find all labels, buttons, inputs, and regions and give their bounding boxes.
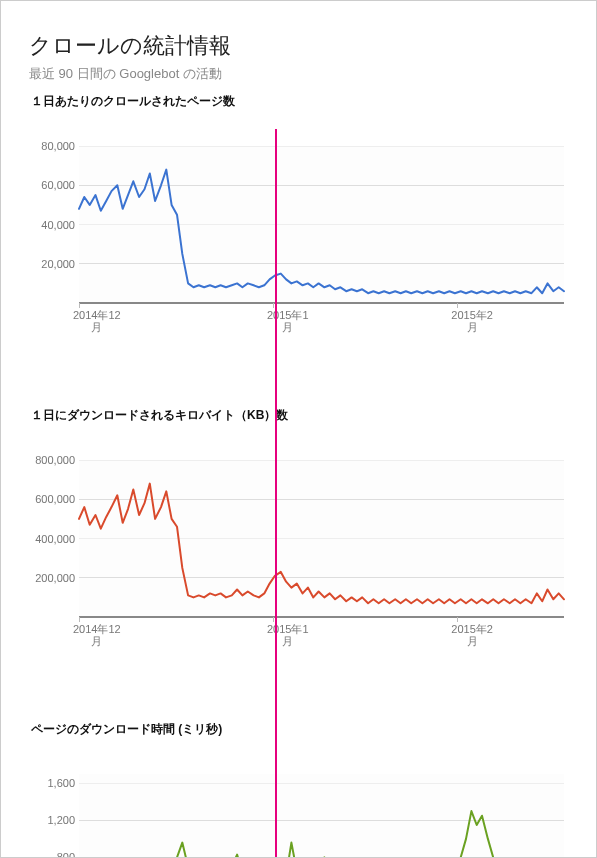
- chart-svg: 4008001,2001,600: [29, 744, 569, 858]
- chart-title: ページのダウンロード時間 (ミリ秒): [31, 721, 568, 738]
- y-tick-label: 1,600: [47, 777, 75, 789]
- y-tick-label: 20,000: [41, 258, 75, 270]
- crawl-stats-panel: クロールの統計情報 最近 90 日間の Googlebot の活動 １日あたりの…: [0, 0, 597, 858]
- charts-container: １日あたりのクロールされたページ数20,00040,00060,00080,00…: [29, 93, 568, 858]
- y-tick-label: 600,000: [35, 493, 75, 505]
- x-axis-labels: 2014年12月2015年1月2015年2月: [29, 309, 568, 335]
- svg-rect-18: [79, 774, 564, 858]
- x-tick-label: 2015年2月: [451, 309, 493, 333]
- y-tick-label: 40,000: [41, 219, 75, 231]
- y-tick-label: 400,000: [35, 533, 75, 545]
- x-tick-label: 2014年12月: [73, 309, 121, 333]
- chart-block: ページのダウンロード時間 (ミリ秒)4008001,2001,6002014年1…: [29, 721, 568, 858]
- page-title: クロールの統計情報: [29, 31, 568, 61]
- x-tick-label: 2014年12月: [73, 623, 121, 647]
- x-tick-label: 2015年2月: [451, 623, 493, 647]
- y-tick-label: 1,200: [47, 814, 75, 826]
- y-tick-label: 200,000: [35, 572, 75, 584]
- chart-svg: 200,000400,000600,000800,000: [29, 430, 569, 623]
- y-tick-label: 60,000: [41, 179, 75, 191]
- x-tick-label: 2015年1月: [267, 623, 309, 647]
- chart-title: １日にダウンロードされるキロバイト（KB）数: [31, 407, 568, 424]
- page-subtitle: 最近 90 日間の Googlebot の活動: [29, 65, 568, 83]
- chart-block: １日にダウンロードされるキロバイト（KB）数200,000400,000600,…: [29, 407, 568, 711]
- x-tick-label: 2015年1月: [267, 309, 309, 333]
- chart-title: １日あたりのクロールされたページ数: [31, 93, 568, 110]
- x-axis-labels: 2014年12月2015年1月2015年2月: [29, 623, 568, 649]
- y-tick-label: 800,000: [35, 454, 75, 466]
- y-tick-label: 80,000: [41, 140, 75, 152]
- y-tick-label: 800: [57, 851, 75, 858]
- chart-svg: 20,00040,00060,00080,000: [29, 116, 569, 309]
- chart-block: １日あたりのクロールされたページ数20,00040,00060,00080,00…: [29, 93, 568, 397]
